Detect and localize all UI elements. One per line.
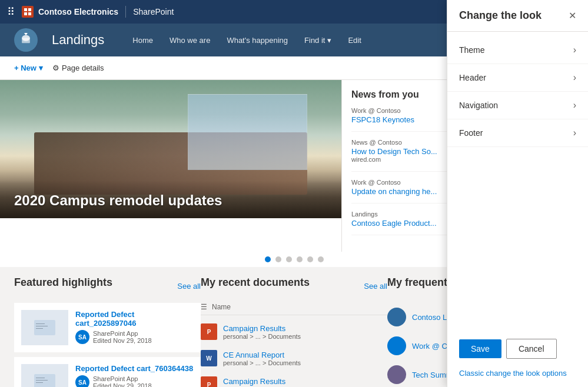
hero-dot-1[interactable] (265, 256, 271, 262)
chevron-right-icon: › (573, 128, 576, 138)
doc-icon-header: ☰ (201, 303, 207, 311)
svg-rect-2 (24, 12, 27, 15)
highlight-thumb (21, 364, 68, 387)
svg-rect-10 (36, 326, 48, 326)
app-name: SharePoint App (93, 375, 152, 382)
doc-type-icon: P (201, 323, 217, 340)
hero-title: 2020 Campus remodel updates (14, 192, 327, 209)
panel-item-navigation[interactable]: Navigation › (447, 92, 588, 119)
window-graphic (188, 94, 307, 170)
hero-dot-4[interactable] (297, 256, 303, 262)
doc-list-header: ☰ Name (201, 303, 387, 315)
svg-rect-0 (24, 8, 27, 11)
highlight-card: Reported Defect cart_2025897046 SA Share… (14, 303, 201, 352)
doc-path: personal > ... > Documents (223, 359, 301, 366)
list-item: P Campaign Results personal > ... > Docu… (201, 319, 387, 345)
list-item: P Campaign Results personal > ... > Docu… (201, 372, 387, 387)
chevron-right-icon: › (573, 72, 576, 83)
panel-item-label: Header (459, 73, 486, 82)
sharepoint-label: SharePoint (133, 7, 174, 16)
panel-actions: Save Cancel (447, 329, 588, 368)
panel-item-theme[interactable]: Theme › (447, 36, 588, 64)
nav-whats-happening[interactable]: What's happening (220, 34, 295, 47)
brand: Contoso Electronics (22, 6, 118, 18)
brand-name: Contoso Electronics (38, 7, 118, 16)
doc-path: personal > ... > Documents (223, 333, 301, 340)
doc-name[interactable]: Campaign Results (223, 324, 301, 333)
panel-body: Theme › Header › Navigation › Footer › (447, 32, 588, 329)
nav-edit[interactable]: Edit (341, 34, 368, 47)
chevron-right-icon: › (573, 100, 576, 111)
hero-image: 2020 Campus remodel updates (0, 80, 341, 218)
nav-find-it[interactable]: Find it ▾ (297, 34, 338, 47)
classic-link[interactable]: Classic change the look options (459, 369, 567, 378)
svg-rect-14 (36, 380, 48, 381)
new-button[interactable]: + New ▾ (14, 64, 43, 72)
change-look-panel: Change the look ✕ Theme › Header › Navig… (447, 0, 588, 387)
nav-who-we-are[interactable]: Who we are (162, 34, 217, 47)
hero-dot-6[interactable] (318, 256, 324, 262)
site-nav: Home Who we are What's happening Find it… (125, 34, 437, 47)
hero-dot-5[interactable] (307, 256, 313, 262)
svg-rect-11 (36, 328, 43, 329)
nav-home[interactable]: Home (125, 34, 160, 47)
featured-items: Reported Defect cart_2025897046 SA Share… (14, 303, 201, 387)
avatar: SA (75, 375, 89, 387)
panel-item-footer[interactable]: Footer › (447, 119, 588, 147)
svg-rect-13 (36, 378, 45, 378)
divider (125, 6, 126, 18)
highlight-card: Reported Defect cart_760364438 SA ShareP… (14, 357, 201, 387)
hero-overlay: 2020 Campus remodel updates (0, 181, 341, 218)
doc-type-icon: P (201, 376, 217, 387)
cancel-button[interactable]: Cancel (506, 339, 557, 359)
hero-dot-3[interactable] (286, 256, 292, 262)
svg-rect-15 (36, 382, 43, 383)
featured-section: Featured highlights See all Reported Def… (14, 276, 201, 387)
site-icon (387, 365, 406, 384)
svg-rect-3 (28, 12, 31, 15)
doc-info: Campaign Results personal > ... > Docume… (223, 324, 301, 340)
save-button[interactable]: Save (459, 339, 501, 358)
svg-rect-8 (34, 320, 55, 335)
panel-item-header[interactable]: Header › (447, 64, 588, 92)
doc-type-icon: W (201, 350, 217, 366)
highlight-meta: SA SharePoint App Edited Nov 29, 2018 (75, 330, 194, 344)
chevron-down-icon: ▾ (39, 64, 43, 72)
site-icon (387, 308, 406, 326)
recent-docs-header: My recent documents See all (201, 276, 387, 296)
brand-logo: Contoso Electronics (22, 6, 118, 18)
doc-name[interactable]: Campaign Results (223, 377, 301, 386)
recent-docs-list: P Campaign Results personal > ... > Docu… (201, 319, 387, 387)
highlight-title[interactable]: Reported Defect cart_760364438 (75, 364, 194, 373)
highlight-info: Reported Defect cart_2025897046 SA Share… (75, 310, 194, 345)
chevron-right-icon: › (573, 45, 576, 55)
featured-see-all[interactable]: See all (177, 282, 201, 291)
panel-items: Theme › Header › Navigation › Footer › (447, 36, 588, 147)
edit-date: Edited Nov 29, 2018 (93, 382, 152, 387)
featured-header: Featured highlights See all (14, 276, 201, 296)
list-item: W CE Annual Report personal > ... > Docu… (201, 345, 387, 372)
svg-rect-1 (28, 8, 31, 11)
site-logo (14, 28, 38, 52)
site-title: Landings (52, 32, 104, 48)
close-icon[interactable]: ✕ (569, 10, 576, 21)
doc-info: Campaign Results personal > ... > Docume… (223, 377, 301, 388)
app-name: SharePoint App (93, 330, 152, 337)
svg-point-7 (24, 33, 27, 35)
doc-name[interactable]: CE Annual Report (223, 351, 301, 359)
featured-title: Featured highlights (14, 276, 112, 289)
doc-info: CE Annual Report personal > ... > Docume… (223, 351, 301, 366)
recent-docs-see-all[interactable]: See all (364, 282, 387, 291)
hero-dot-2[interactable] (275, 256, 281, 262)
page-details-button[interactable]: ⚙ Page details (52, 64, 104, 72)
panel-header: Change the look ✕ (447, 0, 588, 32)
apps-icon[interactable]: ⠿ (7, 5, 15, 18)
svg-rect-9 (36, 323, 45, 324)
highlight-thumb (21, 310, 68, 345)
edit-date: Edited Nov 29, 2018 (93, 337, 152, 344)
svg-rect-5 (22, 38, 30, 44)
highlight-info: Reported Defect cart_760364438 SA ShareP… (75, 364, 194, 387)
chevron-down-icon: ▾ (327, 36, 331, 45)
highlight-title[interactable]: Reported Defect cart_2025897046 (75, 310, 194, 328)
avatar: SA (75, 330, 89, 344)
